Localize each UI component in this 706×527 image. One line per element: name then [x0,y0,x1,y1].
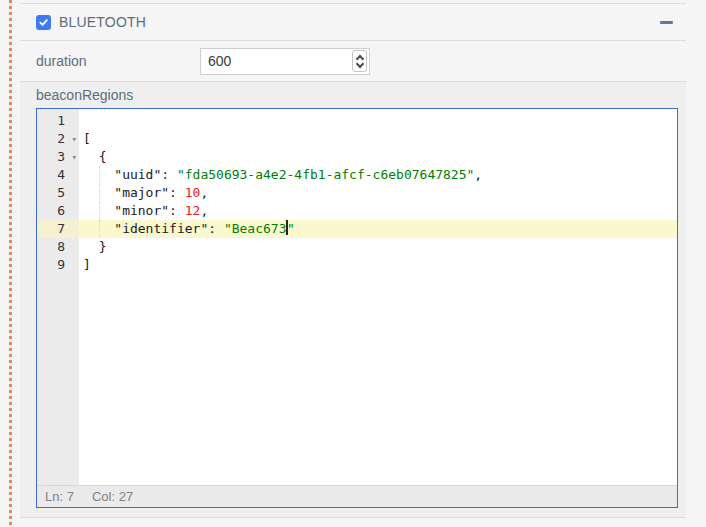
fold-toggle-icon[interactable]: ▾ [72,148,77,166]
component-selection-outline [9,0,12,527]
code-line[interactable]: ] [79,256,677,274]
section-title: BLUETOOTH [59,14,146,30]
indent-guide [99,202,100,220]
gutter-line-number: 7 [37,220,79,238]
code-line[interactable]: "minor": 12, [79,202,677,220]
code-token: 10 [185,185,201,200]
editor-code[interactable]: [ { "uuid": "fda50693-a4e2-4fb1-afcf-c6e… [79,109,677,485]
fold-toggle-icon[interactable]: ▾ [72,130,77,148]
indent-guide [99,220,100,238]
code-line[interactable] [79,112,677,130]
code-token: , [474,167,482,182]
section-header-row: BLUETOOTH [20,4,686,40]
beacon-regions-label: beaconRegions [36,87,678,103]
indent-guide [99,184,100,202]
gutter-line-number: 8 [37,238,79,256]
code-line[interactable]: { [79,148,677,166]
gutter-line-number: 4 [37,166,79,184]
duration-row: duration [20,41,686,81]
bluetooth-settings-panel: BLUETOOTH duration beaconRegions 12▾3▾45… [20,3,686,518]
editor-body[interactable]: 12▾3▾456789 [ { "uuid": "fda50693-a4e2-4… [37,109,677,485]
code-token: , [200,185,208,200]
beacon-regions-row: beaconRegions 12▾3▾456789 [ { "uuid": "f… [20,82,686,517]
gutter-line-number: 3▾ [37,148,79,166]
duration-label: duration [36,53,200,69]
editor-gutter: 12▾3▾456789 [37,109,79,485]
code-token: ] [83,257,91,272]
code-line[interactable]: } [79,238,677,256]
code-token: "uuid": [83,167,177,182]
editor-status-bar: Ln: 7 Col: 27 [37,485,677,507]
code-token: "Beac673 [224,221,287,236]
code-token: "fda50693-a4e2-4fb1-afcf-c6eb07647825" [177,167,474,182]
bluetooth-checkbox[interactable] [36,15,51,30]
code-token: , [200,203,208,218]
status-col-indicator: Col: 27 [92,489,133,504]
gutter-line-number: 1 [37,112,79,130]
code-line[interactable]: [ [79,130,677,148]
collapse-section-button[interactable] [656,14,676,30]
status-line-indicator: Ln: 7 [45,489,74,504]
indent-guide [99,166,100,184]
gutter-line-number: 2▾ [37,130,79,148]
code-token: [ [83,131,91,146]
duration-input[interactable] [200,48,370,75]
code-line[interactable]: "identifier": "Beac673" [79,220,677,238]
duration-input-wrap [200,48,370,75]
gutter-line-number: 5 [37,184,79,202]
gutter-line-number: 9 [37,256,79,274]
minus-icon [660,21,673,24]
code-line[interactable]: "uuid": "fda50693-a4e2-4fb1-afcf-c6eb076… [79,166,677,184]
checkmark-icon [38,17,49,28]
code-token: " [287,221,295,236]
code-token: { [83,149,106,164]
number-stepper[interactable] [352,50,367,72]
code-line[interactable]: "major": 10, [79,184,677,202]
divider [20,517,686,518]
code-token: } [83,239,106,254]
gutter-line-number: 6 [37,202,79,220]
code-token: "identifier": [83,221,224,236]
json-code-editor[interactable]: 12▾3▾456789 [ { "uuid": "fda50693-a4e2-4… [36,108,678,508]
code-token: 12 [185,203,201,218]
